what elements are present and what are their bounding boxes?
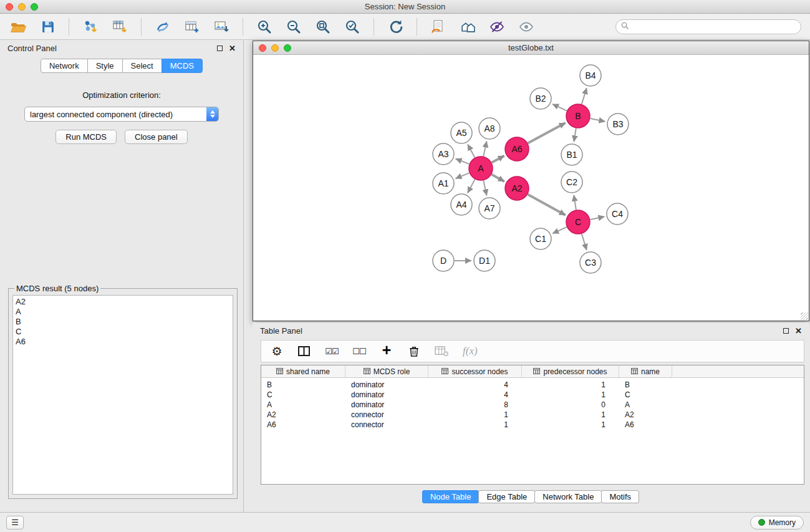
graph-node-label: A3 (438, 149, 448, 159)
mcds-result-list[interactable]: A2ABCA6 (12, 295, 233, 495)
graph-edge-A-A1[interactable] (455, 173, 469, 178)
zoom-fit-icon[interactable] (314, 17, 332, 36)
zoom-in-icon[interactable] (255, 17, 274, 36)
graph-edge-A-A2[interactable] (492, 175, 504, 181)
refresh-layout-icon[interactable] (386, 17, 405, 36)
new-table-icon[interactable] (183, 17, 201, 36)
graph-edge-A2-C[interactable] (528, 195, 566, 215)
deselect-all-columns-icon[interactable]: ☐☐ (352, 343, 366, 359)
window-title: Session: New Session (365, 2, 445, 11)
graph-node-label: C2 (566, 177, 577, 187)
graph-edge-A-A4[interactable] (468, 180, 475, 193)
zoom-window-button[interactable] (31, 3, 38, 11)
overview-icon[interactable] (458, 17, 477, 36)
zoom-out-icon[interactable] (284, 17, 303, 36)
graph-edge-B-B1[interactable] (574, 128, 576, 142)
graph-edge-A-A8[interactable] (483, 142, 486, 157)
tab-select[interactable]: Select (122, 59, 162, 73)
import-network-icon[interactable] (81, 17, 100, 36)
graph-edge-A-A5[interactable] (468, 144, 475, 157)
import-table-icon[interactable] (110, 17, 129, 36)
table-row[interactable]: Bdominator41B (261, 380, 804, 390)
zoom-selected-icon[interactable] (343, 17, 362, 36)
run-mcds-button[interactable]: Run MCDS (55, 130, 117, 144)
float-panel-icon[interactable] (217, 46, 223, 51)
tab-network[interactable]: Network (41, 59, 88, 73)
close-panel-icon[interactable]: ✕ (229, 44, 236, 52)
hide-graphics-details-icon[interactable] (488, 17, 506, 36)
minimize-window-button[interactable] (18, 3, 26, 11)
main-toolbar (0, 14, 810, 40)
column-header-successor-nodes[interactable]: successor nodes (428, 365, 522, 377)
table-row[interactable]: Adominator80A (261, 400, 804, 410)
show-graphics-details-icon[interactable] (517, 17, 536, 36)
memory-button[interactable]: Memory (750, 516, 804, 530)
column-header-predecessor-nodes[interactable]: predecessor nodes (522, 365, 619, 377)
mcds-result-title: MCDS result (5 nodes) (14, 284, 100, 293)
float-panel-icon[interactable] (783, 328, 789, 334)
delete-table-icon[interactable] (435, 343, 449, 359)
show-columns-icon[interactable] (297, 343, 311, 359)
column-header-name[interactable]: name (619, 365, 672, 377)
graph-node-label: D1 (479, 256, 490, 266)
tab-node-table[interactable]: Node Table (422, 490, 480, 503)
close-panel-icon[interactable]: ✕ (795, 327, 802, 335)
network-canvas[interactable]: B4B2BB3A5A8A6B1A3AC2A1A2A4A7C4CC1C3DD1 (253, 55, 809, 321)
create-column-icon[interactable]: + (380, 342, 393, 359)
table-row[interactable]: A6connector11A6 (261, 420, 804, 430)
network-zoom-button[interactable] (284, 44, 291, 52)
column-header-shared-name[interactable]: shared name (261, 365, 345, 377)
table-cell: A2 (261, 410, 345, 420)
graph-edge-C-C4[interactable] (591, 216, 605, 220)
column-header-label: shared name (286, 367, 330, 376)
network-graph[interactable]: B4B2BB3A5A8A6B1A3AC2A1A2A4A7C4CC1C3DD1 (253, 55, 809, 321)
graph-node-label: A4 (456, 200, 466, 210)
delete-columns-icon[interactable] (407, 343, 421, 359)
graph-edge-B-B3[interactable] (591, 118, 605, 122)
graph-edge-A-A7[interactable] (483, 181, 486, 196)
table-row[interactable]: A2connector11A2 (261, 410, 804, 420)
mcds-result-item[interactable]: A6 (16, 337, 230, 347)
graph-edge-A6-B[interactable] (528, 123, 566, 143)
function-builder-icon[interactable]: f(x) (463, 343, 478, 359)
snapshot-icon[interactable] (429, 17, 448, 36)
optimization-criterion-dropdown[interactable]: largest connected component (directed) (24, 107, 219, 122)
tab-motifs[interactable]: Motifs (601, 490, 639, 503)
tab-style[interactable]: Style (87, 59, 123, 73)
graph-edge-C-C3[interactable] (582, 234, 587, 250)
memory-label: Memory (769, 518, 796, 527)
tab-edge-table[interactable]: Edge Table (478, 490, 535, 503)
mcds-result-item[interactable]: B (16, 317, 230, 327)
tab-network-table[interactable]: Network Table (534, 490, 602, 503)
graph-edge-A-A6[interactable] (492, 156, 504, 163)
column-header-MCDS-role[interactable]: MCDS role (345, 365, 428, 377)
table-cell: 4 (428, 390, 522, 400)
task-history-button[interactable]: ☰ (6, 516, 24, 530)
graph-edge-A-A3[interactable] (456, 159, 470, 164)
search-field[interactable] (615, 19, 801, 34)
window-resize-grip[interactable] (801, 312, 808, 320)
table-cell: A (261, 400, 345, 410)
select-all-columns-icon[interactable]: ☑☑ (325, 343, 339, 359)
save-session-icon[interactable] (38, 17, 57, 36)
graph-edge-C-C1[interactable] (552, 227, 567, 233)
mcds-result-item[interactable]: A (16, 307, 230, 317)
tab-mcds[interactable]: MCDS (162, 59, 203, 73)
network-close-button[interactable] (259, 44, 266, 52)
table-settings-gear-icon[interactable]: ⚙ (270, 343, 284, 359)
network-minimize-button[interactable] (271, 44, 279, 52)
graph-edge-B-B2[interactable] (552, 104, 567, 111)
table-row[interactable]: Cdominator41C (261, 390, 804, 400)
search-input[interactable] (632, 22, 796, 31)
network-window-titlebar[interactable]: testGlobe.txt (253, 41, 809, 55)
mcds-result-item[interactable]: C (16, 327, 230, 337)
close-panel-button[interactable]: Close panel (125, 130, 188, 144)
open-session-icon[interactable] (9, 17, 27, 36)
graph-edge-B-B4[interactable] (582, 88, 587, 104)
mcds-result-item[interactable]: A2 (16, 297, 230, 307)
graph-edge-C-C2[interactable] (574, 195, 576, 210)
table-cell: 1 (522, 380, 619, 390)
export-image-icon[interactable] (212, 17, 231, 36)
network-arrows-icon[interactable] (153, 17, 172, 36)
close-window-button[interactable] (6, 3, 13, 11)
